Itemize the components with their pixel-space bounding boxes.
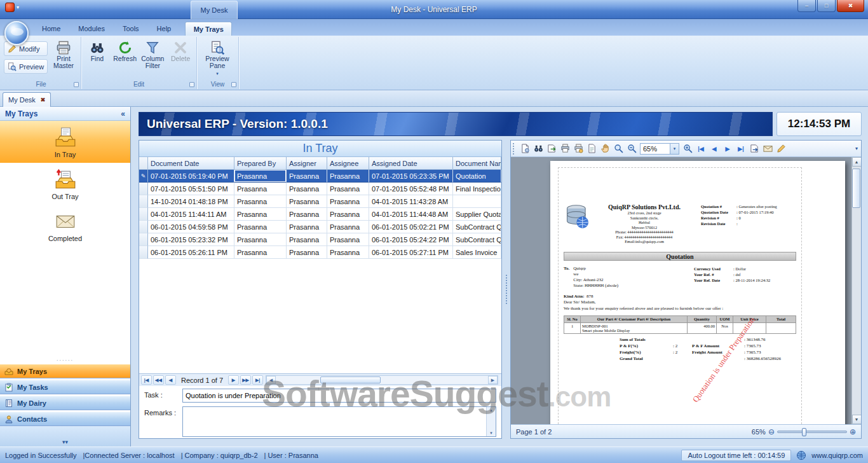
table-row[interactable]: 06-01-2015 05:23:32 PM Prasanna Prasanna… [139,233,501,246]
export-document-icon[interactable] [748,142,761,155]
scroll-down-icon[interactable]: ▼ [852,415,862,424]
hand-tool-icon[interactable] [599,142,611,155]
zoom-tool-icon[interactable] [612,142,625,155]
table-row[interactable]: 14-10-2014 01:48:18 PM Prasanna Prasanna… [139,195,501,208]
next-page-icon[interactable]: ▶ [721,142,734,155]
toolbar-overflow-icon[interactable]: ▾ [855,146,859,151]
col-document-name[interactable]: Document Name [453,157,501,170]
record-next-button[interactable]: ▶ [228,375,239,385]
sidebar-section-my-tasks[interactable]: My Tasks [0,380,130,394]
view-dialog-launcher-icon[interactable] [231,82,236,87]
ribbon-tab-tools[interactable]: Tools [114,22,148,36]
prev-page-icon[interactable]: ◀ [708,142,721,155]
sidebar-overflow[interactable]: ▾▾ [0,426,130,446]
find-button[interactable]: Find [84,39,111,62]
col-assignee[interactable]: Assignee [327,157,369,170]
delete-button[interactable]: Delete [167,39,194,62]
zoom-out-icon[interactable]: ⊖ [768,427,775,436]
app-icon[interactable] [5,3,15,12]
zoom-dropdown-icon[interactable]: ▾ [670,144,679,154]
edit-dialog-launcher-icon[interactable] [189,82,194,87]
toolbar-drag-handle[interactable] [513,143,516,155]
table-row[interactable]: 04-01-2015 11:44:11 AM Prasanna Prasanna… [139,208,501,221]
application-orb[interactable] [4,21,29,45]
sidebar-section-contacts[interactable]: Contacts [0,411,130,426]
refresh-button[interactable]: Refresh [112,39,139,62]
maximize-button[interactable]: □ [817,0,836,12]
record-prev-page-button[interactable]: ◀◀ [153,375,164,385]
col-assigned-date[interactable]: Assigned Date [369,157,453,170]
scrollbar-thumb[interactable] [320,377,381,384]
zoom-in-icon[interactable]: ⊕ [850,427,856,436]
tab-close-icon[interactable]: ✖ [41,97,46,103]
page-width-icon[interactable] [585,142,598,155]
sidebar-item-completed[interactable]: Completed [0,205,130,247]
tab-my-desk[interactable]: My Desk ✖ [3,92,51,107]
company-logo-icon [564,204,593,244]
scroll-left-icon[interactable]: ◀ [266,376,276,384]
table-row[interactable]: 07-01-2015 05:51:50 PM Prasanna Prasanna… [139,183,501,195]
scroll-right-icon[interactable]: ▶ [488,376,498,384]
page-setup-icon[interactable] [519,142,531,155]
column-filter-label: Column Filter [140,55,166,69]
col-document-date[interactable]: Document Date [148,157,234,170]
col-prepared-by[interactable]: Prepared By [234,157,287,170]
ribbon-tab-help[interactable]: Help [148,22,180,36]
remarks-scrollbar[interactable]: ▲ ▼ [486,407,496,436]
zoom-slider-track[interactable] [777,431,847,433]
remarks-input[interactable]: ▲ ▼ [182,406,496,437]
panel-splitter[interactable] [505,140,508,439]
last-page-icon[interactable]: ▶| [735,142,747,155]
ribbon-tab-modules[interactable]: Modules [69,22,114,36]
table-row[interactable]: 06-01-2015 05:26:11 PM Prasanna Prasanna… [139,246,501,259]
horizontal-scrollbar[interactable]: ◀ ▶ [266,375,498,385]
sidebar-section-my-trays[interactable]: My Trays [0,364,130,378]
report-preview-area[interactable]: QuiqRP Solutions Pvt.Ltd. 23rd cross, 2n… [511,157,861,424]
close-button[interactable]: ✖ [837,0,864,12]
sidebar-section-my-dairy[interactable]: My Dairy [0,396,130,410]
minimize-button[interactable]: – [797,0,816,12]
col-assigner[interactable]: Assigner [287,157,327,170]
record-last-button[interactable]: ▶| [252,375,263,385]
zoom-out-icon[interactable] [625,142,638,155]
preview-button[interactable]: Preview [4,59,48,74]
cell: Prasanna [234,221,287,233]
cell: Quotation [453,170,501,183]
table-row[interactable]: 06-01-2015 04:59:58 PM Prasanna Prasanna… [139,221,501,233]
preview-pane-button[interactable]: Preview Pane ▾ [200,39,235,77]
sidebar-splitter-handle[interactable]: ...... [0,356,130,363]
search-icon[interactable] [532,142,545,155]
table-row[interactable]: ✎ 07-01-2015 05:19:40 PM Prasanna Prasan… [139,170,501,183]
zoom-slider-thumb[interactable] [802,428,806,436]
sidebar-item-in-tray[interactable]: In Tray [0,121,130,163]
ribbon-tab-home[interactable]: Home [33,22,69,36]
scroll-down-icon[interactable]: ▼ [489,431,493,435]
record-first-button[interactable]: |◀ [141,375,152,385]
zoom-select[interactable]: 65% ▾ [640,143,679,155]
file-dialog-launcher-icon[interactable] [74,82,79,87]
column-filter-button[interactable]: Column Filter [140,39,166,69]
app-banner: Universal ERP - Version: 1.0.0.1 [139,112,773,136]
scroll-up-icon[interactable]: ▲ [489,408,493,412]
qat-dropdown-icon[interactable]: ▾ [17,4,19,10]
zoom-in-icon[interactable] [681,142,694,155]
cell: Prasanna [234,170,287,183]
status-website-link[interactable]: www.quiqrp.com [811,452,863,459]
quick-print-icon[interactable] [572,142,585,155]
doc-col-quantity: Quantity [688,316,717,323]
record-prev-button[interactable]: ◀ [165,375,176,385]
scrollbar-thumb[interactable] [852,169,860,208]
clock-time: 12:14:53 PM [788,118,850,130]
watermark-edit-icon[interactable] [775,142,787,155]
print-icon[interactable] [559,142,571,155]
first-page-icon[interactable]: |◀ [695,142,707,155]
sidebar-item-out-tray[interactable]: Out Tray [0,163,130,205]
record-next-page-button[interactable]: ▶▶ [240,375,251,385]
sidebar-collapse-icon[interactable]: « [121,109,125,118]
open-export-icon[interactable] [545,142,558,155]
scroll-up-icon[interactable]: ▲ [852,157,862,167]
send-mail-icon[interactable] [761,142,774,155]
task-input[interactable] [182,389,496,403]
print-master-button[interactable]: Print Master [49,39,78,69]
ribbon-tab-my-trays[interactable]: My Trays [185,22,232,36]
